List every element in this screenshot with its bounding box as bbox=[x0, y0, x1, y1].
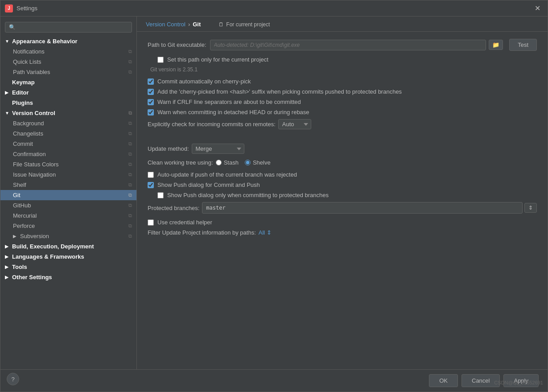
arrow-icon: ▶ bbox=[5, 90, 11, 95]
breadcrumb-parent[interactable]: Version Control bbox=[146, 21, 185, 28]
checkbox-auto-update-row: Auto-update if push of the current branc… bbox=[148, 171, 537, 178]
copy-icon: ⧉ bbox=[128, 213, 132, 219]
radio-stash[interactable] bbox=[216, 160, 222, 165]
checkbox-suffix[interactable] bbox=[148, 89, 154, 95]
sidebar-item-confirmation[interactable]: Confirmation ⧉ bbox=[0, 149, 136, 159]
sidebar-item-label: Version Control bbox=[12, 110, 55, 116]
sidebar-item-version-control[interactable]: ▼ Version Control ⧉ bbox=[0, 108, 136, 118]
search-input[interactable] bbox=[5, 22, 132, 33]
checkbox-crlf[interactable] bbox=[148, 99, 154, 105]
checkbox-current-project[interactable] bbox=[157, 57, 164, 63]
incoming-row: Explicitly check for incoming commits on… bbox=[148, 119, 537, 129]
checkbox-current-project-row: Set this path only for the current proje… bbox=[157, 56, 537, 63]
sidebar-item-other-settings[interactable]: ▶ Other Settings bbox=[0, 272, 136, 282]
checkbox-detached-label: Warn when committing in detached HEAD or… bbox=[157, 109, 309, 116]
checkbox-push-dialog-label: Show Push dialog for Commit and Push bbox=[157, 182, 260, 188]
sidebar-item-perforce[interactable]: Perforce ⧉ bbox=[0, 221, 136, 231]
clean-shelve-option[interactable]: Shelve bbox=[245, 159, 271, 166]
copy-icon: ⧉ bbox=[128, 110, 132, 116]
checkbox-detached-row: Warn when committing in detached HEAD or… bbox=[148, 109, 537, 116]
sidebar-item-changelists[interactable]: Changelists ⧉ bbox=[0, 128, 136, 139]
update-method-dropdown[interactable]: Merge Rebase Branch Default bbox=[192, 144, 244, 154]
panel-header: Version Control › Git 🗒 For current proj… bbox=[137, 17, 548, 32]
sidebar-item-label: Languages & Frameworks bbox=[12, 253, 84, 260]
incoming-label: Explicitly check for incoming commits on… bbox=[148, 121, 276, 128]
sidebar-item-issue-navigation[interactable]: Issue Navigation ⧉ bbox=[0, 169, 136, 180]
close-button[interactable]: ✕ bbox=[532, 3, 543, 13]
sidebar-item-notifications[interactable]: Notifications ⧉ bbox=[0, 46, 136, 57]
sidebar-item-tools[interactable]: ▶ Tools bbox=[0, 262, 136, 272]
checkbox-push-protected-label: Show Push dialog only when committing to… bbox=[167, 192, 329, 198]
checkbox-push-dialog-row: Show Push dialog for Commit and Push bbox=[148, 182, 537, 188]
sidebar-item-languages[interactable]: ▶ Languages & Frameworks bbox=[0, 252, 136, 262]
sidebar-item-path-variables[interactable]: Path Variables ⧉ bbox=[0, 67, 136, 77]
arrow-icon: ▶ bbox=[5, 244, 11, 249]
expand-button[interactable]: ⇕ bbox=[524, 203, 537, 213]
copy-icon: ⧉ bbox=[128, 233, 132, 239]
radio-shelve[interactable] bbox=[245, 160, 251, 165]
sidebar-item-build[interactable]: ▶ Build, Execution, Deployment bbox=[0, 241, 136, 252]
sidebar-item-label: Mercurial bbox=[13, 212, 37, 219]
folder-button[interactable]: 📁 bbox=[489, 40, 503, 50]
sidebar-item-quick-lists[interactable]: Quick Lists ⧉ bbox=[0, 57, 136, 67]
watermark-text: CSDN@qq_52552691 bbox=[494, 380, 548, 385]
sidebar-item-file-status-colors[interactable]: File Status Colors ⧉ bbox=[0, 159, 136, 169]
filter-label: Filter Update Project information by pat… bbox=[148, 229, 256, 236]
update-method-row: Update method: Merge Rebase Branch Defau… bbox=[148, 144, 537, 154]
sidebar-item-git[interactable]: Git ⧉ bbox=[0, 190, 136, 200]
sidebar: ▼ Appearance & Behavior Notifications ⧉ … bbox=[0, 17, 137, 369]
sidebar-item-github[interactable]: GitHub ⧉ bbox=[0, 200, 136, 210]
checkbox-credential-row: Use credential helper bbox=[148, 219, 537, 226]
path-label: Path to Git executable: bbox=[148, 41, 206, 48]
help-button[interactable]: ? bbox=[7, 373, 19, 385]
copy-icon: ⧉ bbox=[128, 192, 132, 198]
sidebar-item-editor[interactable]: ▶ Editor bbox=[0, 87, 136, 98]
arrow-icon: ▶ bbox=[5, 254, 11, 259]
sidebar-item-plugins[interactable]: ▼ Plugins bbox=[0, 98, 136, 108]
sidebar-item-label: Quick Lists bbox=[13, 58, 41, 65]
checkbox-cherry-pick-label: Commit automatically on cherry-pick bbox=[157, 78, 251, 85]
sidebar-item-label: Keymap bbox=[12, 79, 35, 86]
filter-row: Filter Update Project information by pat… bbox=[148, 229, 537, 236]
protected-input-wrap: ⇕ bbox=[202, 202, 537, 214]
sidebar-item-appearance[interactable]: ▼ Appearance & Behavior bbox=[0, 36, 136, 46]
git-version-text: Git version is 2.35.1 bbox=[150, 66, 537, 73]
incoming-dropdown[interactable]: Auto Always Never bbox=[278, 119, 311, 129]
sidebar-item-label: Subversion bbox=[20, 233, 49, 239]
filter-value: All ⇕ bbox=[259, 229, 272, 236]
sidebar-item-label: Commit bbox=[13, 140, 33, 147]
copy-icon: ⧉ bbox=[128, 69, 132, 75]
arrow-icon: ▶ bbox=[5, 275, 11, 280]
protected-input[interactable] bbox=[202, 202, 523, 214]
sidebar-item-label: Appearance & Behavior bbox=[12, 38, 78, 45]
path-row: Path to Git executable: 📁 Test bbox=[148, 39, 537, 51]
test-button[interactable]: Test bbox=[509, 39, 537, 51]
sidebar-item-background[interactable]: Background ⧉ bbox=[0, 118, 136, 128]
checkbox-auto-update-label: Auto-update if push of the current branc… bbox=[157, 171, 297, 178]
copy-icon: ⧉ bbox=[128, 49, 132, 54]
clean-stash-option[interactable]: Stash bbox=[216, 159, 239, 166]
checkbox-push-protected[interactable] bbox=[157, 192, 164, 198]
sidebar-item-label: Plugins bbox=[12, 99, 33, 106]
copy-icon: ⧉ bbox=[128, 202, 132, 208]
ok-button[interactable]: OK bbox=[429, 374, 458, 387]
footer: OK Cancel Apply bbox=[0, 369, 548, 392]
checkbox-credential-label: Use credential helper bbox=[157, 219, 212, 226]
checkbox-credential[interactable] bbox=[148, 219, 154, 226]
path-input[interactable] bbox=[210, 40, 486, 50]
checkbox-detached[interactable] bbox=[148, 109, 154, 116]
checkbox-cherry-pick-row: Commit automatically on cherry-pick bbox=[148, 78, 537, 85]
sidebar-item-label: Tools bbox=[12, 264, 27, 270]
sidebar-item-keymap[interactable]: ▼ Keymap bbox=[0, 77, 136, 87]
checkbox-cherry-pick[interactable] bbox=[148, 78, 154, 85]
for-project-link[interactable]: 🗒 For current project bbox=[218, 21, 270, 28]
protected-branches-row: Protected branches: ⇕ bbox=[148, 202, 537, 214]
sidebar-item-shelf[interactable]: Shelf ⧉ bbox=[0, 180, 136, 190]
sidebar-item-mercurial[interactable]: Mercurial ⧉ bbox=[0, 210, 136, 221]
panel-body: Path to Git executable: 📁 Test Set this … bbox=[137, 32, 548, 369]
sidebar-item-commit[interactable]: Commit ⧉ bbox=[0, 139, 136, 149]
copy-icon: ⧉ bbox=[128, 59, 132, 65]
checkbox-push-dialog[interactable] bbox=[148, 182, 154, 188]
sidebar-item-subversion[interactable]: ▶ Subversion ⧉ bbox=[0, 231, 136, 241]
checkbox-auto-update[interactable] bbox=[148, 172, 154, 178]
